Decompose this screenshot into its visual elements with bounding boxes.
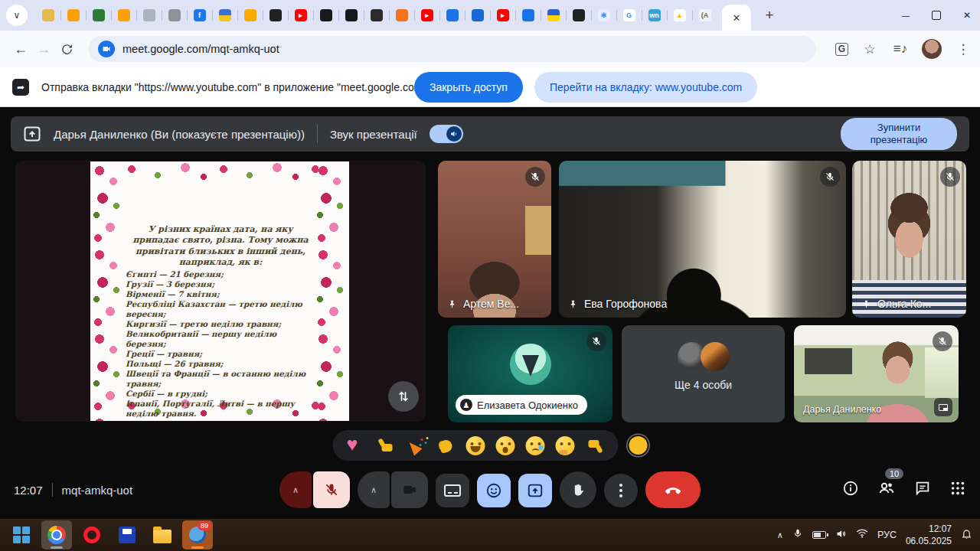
more-options-button[interactable]	[604, 474, 638, 507]
active-tab-close-icon[interactable]	[722, 5, 751, 31]
pinned-tab-ukraine-flag[interactable]	[212, 0, 237, 31]
participant-tile-eva[interactable]: Ева Горофонова	[559, 161, 846, 318]
mic-muted-button[interactable]	[313, 471, 350, 508]
browser-menu-icon[interactable]: ⋮	[954, 40, 972, 58]
activities-grid-icon[interactable]	[949, 480, 966, 500]
tab-search-icon[interactable]	[6, 5, 28, 26]
pinned-tab-ua[interactable]: (A	[692, 0, 717, 31]
participant-name: Дарья Даниленко	[803, 404, 881, 415]
participant-tile-olga[interactable]: Ольга Ко...	[852, 161, 966, 318]
camera-options-chevron[interactable]: ∧	[358, 471, 390, 508]
pinned-tab-youtube-1[interactable]: ▸	[288, 0, 313, 31]
raise-hand-button[interactable]	[560, 471, 596, 508]
pinned-tab-wreath[interactable]	[35, 0, 60, 31]
pinned-tab-person-blue-2[interactable]	[515, 0, 541, 31]
present-button[interactable]	[518, 474, 552, 507]
pinned-tab-youtube-3[interactable]: ▸	[490, 0, 515, 31]
pinned-tab-snowflake[interactable]: ✻	[591, 0, 616, 31]
url-text[interactable]: meet.google.com/mqt-amkq-uot	[122, 43, 279, 55]
pinned-tab-chat[interactable]	[136, 0, 162, 31]
pinned-tab-person-orange[interactable]	[237, 0, 263, 31]
forward-icon[interactable]: →	[32, 37, 55, 60]
screen-share-icon	[12, 79, 29, 96]
pinned-tab-facebook[interactable]: f	[187, 0, 212, 31]
camera-permission-icon[interactable]	[98, 41, 115, 57]
wifi-icon[interactable]	[856, 528, 868, 542]
camera-button[interactable]	[391, 471, 428, 508]
back-icon[interactable]: ←	[9, 37, 32, 60]
participant-tile-darya[interactable]: Дарья Даниленко	[794, 325, 959, 422]
start-button[interactable]	[6, 520, 37, 549]
participants-button[interactable]: 10	[877, 479, 896, 500]
taskbar-opera-icon[interactable]	[77, 520, 107, 549]
pinned-tab-dark-3[interactable]	[566, 0, 591, 31]
url-bar[interactable]: meet.google.com/mqt-amkq-uot	[89, 36, 816, 62]
party-reaction[interactable]	[407, 436, 426, 455]
pinned-tab-dark-1[interactable]	[263, 0, 288, 31]
clap-reaction[interactable]	[436, 436, 456, 455]
meeting-info-icon[interactable]	[842, 480, 859, 500]
translate-icon[interactable]: G	[835, 43, 848, 56]
participant-tile-liza[interactable]: Елизавета Одокиенко	[448, 325, 612, 422]
taskbar-messenger-icon[interactable]: 89	[182, 520, 213, 549]
pinned-tab-display[interactable]	[465, 0, 490, 31]
stop-sharing-button[interactable]: Закрыть доступ	[414, 72, 523, 103]
reactions-button[interactable]	[477, 474, 511, 507]
tab-audio-playlist-icon[interactable]: ≡♪	[891, 40, 910, 58]
pinned-tab-shield[interactable]	[86, 0, 111, 31]
stop-presentation-button[interactable]: Зупинити презентацію	[841, 118, 957, 151]
participant-tile-artem[interactable]: Артем Ве...	[438, 161, 551, 318]
window-maximize-button[interactable]	[931, 10, 942, 21]
pinned-tab-ok[interactable]	[389, 0, 414, 31]
presentation-tile[interactable]: У різних країнах дата, на яку припадає с…	[15, 161, 426, 422]
thinking-reaction[interactable]	[556, 436, 575, 455]
pinned-tab-youtube-2[interactable]: ▸	[414, 0, 439, 31]
more-participants-tile[interactable]: Ще 4 особи	[622, 325, 785, 422]
pinned-tab-bell-1[interactable]	[60, 0, 86, 31]
slide-line: Греції — травня;	[126, 349, 315, 359]
tray-expand-icon[interactable]: ∧	[777, 530, 783, 540]
sad-reaction[interactable]	[526, 436, 545, 455]
thumbs-up-reaction[interactable]	[377, 436, 396, 455]
end-call-button[interactable]	[645, 471, 701, 508]
captions-button[interactable]	[436, 474, 469, 507]
pinned-tab-bell-2[interactable]	[111, 0, 136, 31]
skin-tone-selector[interactable]	[629, 436, 648, 455]
pinned-tab-clapper[interactable]	[338, 0, 364, 31]
presentation-audio-toggle[interactable]	[430, 125, 463, 143]
mic-options-chevron[interactable]: ∧	[279, 471, 312, 508]
thumbs-down-reaction[interactable]	[586, 436, 605, 455]
battery-icon[interactable]	[812, 531, 826, 539]
profile-avatar[interactable]	[922, 39, 942, 59]
taskbar-chrome-icon[interactable]	[41, 520, 72, 549]
new-tab-button[interactable]	[759, 5, 780, 26]
window-close-button[interactable]	[962, 10, 972, 21]
bookmark-star-icon[interactable]: ☆	[861, 40, 879, 58]
sparkling-heart-reaction[interactable]	[347, 436, 366, 455]
pinned-tab-tv[interactable]	[313, 0, 338, 31]
clock[interactable]: 12:07 06.05.2025	[906, 523, 952, 547]
volume-icon[interactable]	[835, 528, 847, 543]
pinned-tab-drive[interactable]: ▲	[667, 0, 692, 31]
reload-icon[interactable]	[55, 37, 78, 60]
pin-icon	[568, 299, 578, 309]
tray-mic-icon[interactable]	[792, 528, 803, 542]
taskbar-file-explorer-icon[interactable]	[147, 520, 178, 549]
taskbar-floppy-app-icon[interactable]	[112, 520, 142, 549]
laugh-reaction[interactable]	[466, 436, 485, 455]
pinned-tab-wn[interactable]: wn	[642, 0, 667, 31]
pinned-tab-figure[interactable]	[162, 0, 187, 31]
chat-button[interactable]	[914, 480, 931, 500]
pinned-tab-google[interactable]: G	[616, 0, 642, 31]
picture-in-picture-icon[interactable]	[934, 398, 952, 416]
pinned-tab-person-blue-1[interactable]	[439, 0, 465, 31]
language-indicator[interactable]: РУС	[877, 530, 897, 540]
swap-tiles-button[interactable]	[388, 381, 419, 412]
wow-reaction[interactable]	[496, 436, 515, 455]
pinned-tab-dark-2[interactable]	[364, 0, 389, 31]
pin-icon	[447, 299, 457, 309]
notifications-bell-icon[interactable]	[961, 528, 972, 543]
goto-tab-button[interactable]: Перейти на вкладку: www.youtube.com	[534, 72, 757, 103]
window-minimize-button[interactable]	[900, 10, 911, 21]
pinned-tab-trident-flag[interactable]	[541, 0, 566, 31]
